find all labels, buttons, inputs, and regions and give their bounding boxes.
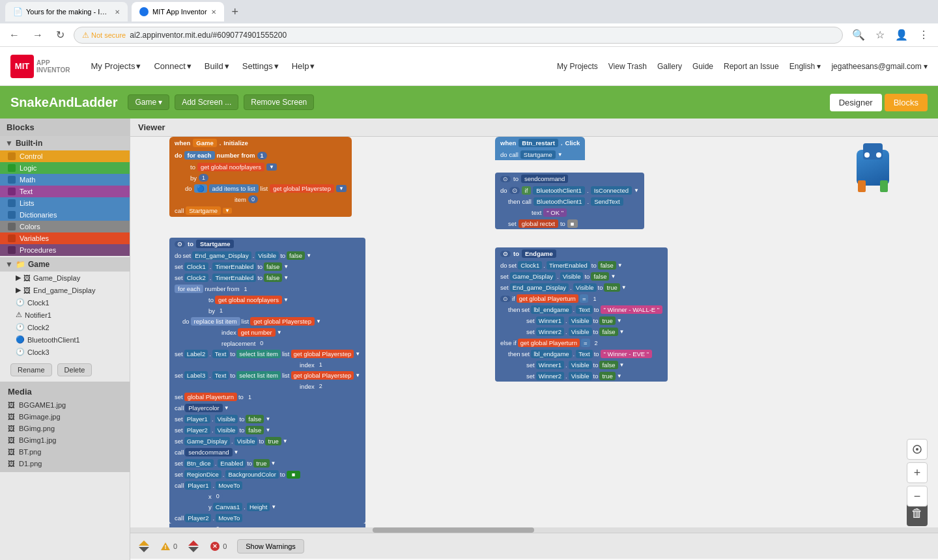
screen-selector[interactable]: Game ▾ <box>128 94 169 110</box>
add-screen-button[interactable]: Add Screen ... <box>175 94 238 110</box>
address-bar[interactable]: ⚠ Not secure ai2.appinventor.mit.edu/#60… <box>74 27 843 44</box>
sidebar-item-notifier1[interactable]: ⚠ Notifier1 <box>0 309 130 321</box>
playercolor-b: Playercolor <box>185 404 223 412</box>
show-warnings-button[interactable]: Show Warnings <box>237 539 304 553</box>
math-label: Math <box>20 176 35 184</box>
media-item-bggame1[interactable]: 🖼 BGGAME1.jpg <box>0 399 130 411</box>
circ-2: ⊙ <box>509 187 520 194</box>
gamedisplay-eg: Game_Display <box>510 272 556 281</box>
false-eg1: false <box>598 261 616 270</box>
new-tab-button[interactable]: + <box>228 5 243 19</box>
number-2: number <box>205 285 225 292</box>
sidebar-item-game-display[interactable]: ▶ 🖼 Game_Display <box>0 272 130 284</box>
horizontal-scrollbar[interactable] <box>130 527 938 533</box>
sidebar-item-colors[interactable]: Colors <box>0 221 130 232</box>
procedures-dot <box>8 246 16 254</box>
sidebar-item-procedures[interactable]: Procedures <box>0 244 130 256</box>
else-text: else if <box>500 339 517 346</box>
circ-4: ⊙ <box>500 251 511 257</box>
media-item-bgimage[interactable]: 🖼 BGimage.jpg <box>0 411 130 423</box>
x-text: x <box>208 493 212 500</box>
nav-right-reportissue[interactable]: Report an Issue <box>724 62 779 71</box>
tab-close-instructables[interactable]: ✕ <box>115 8 120 16</box>
game-header[interactable]: ▼ 📁 Game <box>0 257 130 272</box>
false5-arr: ▼ <box>265 427 270 433</box>
player1-moveto-b: Player1 <box>185 481 211 490</box>
remove-screen-button[interactable]: Remove Screen <box>244 94 314 110</box>
sidebar-item-clock3[interactable]: 🕐 Clock3 <box>0 346 130 358</box>
rename-button[interactable]: Rename <box>10 363 52 376</box>
search-button[interactable]: 🔍 <box>848 27 869 42</box>
gamedisplay-label: Game_Display <box>33 274 80 282</box>
sidebar-item-variables[interactable]: Variables <box>0 232 130 244</box>
media-item-bt-png[interactable]: 🖼 BT.png <box>0 446 130 458</box>
nav-help[interactable]: Help ▾ <box>287 59 320 74</box>
to13: to <box>239 415 244 423</box>
nav-right-myprojects[interactable]: My Projects <box>557 62 598 71</box>
block-group-initialize: when Game . Initialize do for each numbe… <box>169 137 352 217</box>
notifier1-icon: ⚠ <box>16 311 22 319</box>
sidebar-item-bluetooth1[interactable]: 🔵 BluetoothClient1 <box>0 333 130 346</box>
clock1-label: Clock1 <box>27 299 50 307</box>
canvas1-b: Canvas1 <box>213 503 243 511</box>
nav-build[interactable]: Build ▾ <box>199 59 234 74</box>
forward-button[interactable]: → <box>29 28 47 42</box>
zoom-out-button[interactable]: − <box>907 486 928 507</box>
color-block: ■ <box>567 219 578 228</box>
nav-right-gallery[interactable]: Gallery <box>657 62 682 71</box>
sidebar-item-dictionaries[interactable]: Dictionaries <box>0 209 130 221</box>
media-item-d1-png[interactable]: 🖼 D1.png <box>0 458 130 469</box>
designer-button[interactable]: Designer <box>830 94 882 111</box>
nav-right-email[interactable]: jegatheesans@gmail.com ▾ <box>831 62 928 71</box>
tab-appinventor[interactable]: MIT App Inventor ✕ <box>132 2 224 21</box>
true-eg5: true <box>599 316 615 325</box>
viewer-content[interactable]: when Game . Initialize do for each numbe… <box>130 137 938 559</box>
set-clock1-row: set Clock1 . TimerEnabled to false ▼ <box>169 261 365 272</box>
scrollbar-thumb[interactable] <box>373 527 534 533</box>
sidebar-item-math[interactable]: Math <box>0 174 130 186</box>
minus-icon: − <box>914 490 921 503</box>
tab-label-instructables: Yours for the making - Instructa... <box>26 8 111 16</box>
sidebar-item-control[interactable]: Control <box>0 150 130 162</box>
nav-settings[interactable]: Settings ▾ <box>237 59 284 74</box>
chevron-email-icon: ▾ <box>924 62 928 71</box>
winner2-b2: Winner2 <box>536 372 564 380</box>
nav-right-viewtrash[interactable]: View Trash <box>608 62 647 71</box>
text-eg7: Text <box>576 350 592 358</box>
builtin-label: Built-in <box>16 139 42 148</box>
block-canvas[interactable]: when Game . Initialize do for each numbe… <box>130 137 938 559</box>
from-2: from <box>227 285 240 292</box>
zoom-center-button[interactable] <box>907 439 928 460</box>
sidebar-item-clock2[interactable]: 🕐 Clock2 <box>0 321 130 333</box>
game-folder-icon: 📁 <box>16 260 25 269</box>
eq-2: 2 <box>591 339 601 347</box>
menu-button[interactable]: ⋮ <box>915 27 933 42</box>
get-playerturn-b: get global Playerturn <box>517 294 578 303</box>
mit-logo: MIT APP INVENTOR <box>10 55 70 78</box>
profile-button[interactable]: 👤 <box>891 27 912 42</box>
nav-myprojects[interactable]: My Projects ▾ <box>86 59 147 74</box>
from-num: 1 <box>241 285 251 293</box>
blocks-button[interactable]: Blocks <box>885 94 928 111</box>
nav-connect[interactable]: Connect ▾ <box>149 59 196 74</box>
tab-instructables[interactable]: 📄 Yours for the making - Instructa... ✕ <box>5 2 128 21</box>
media-item-bgimg-png[interactable]: 🖼 BGimg.png <box>0 423 130 434</box>
delete-button[interactable]: Delete <box>57 363 92 376</box>
builtin-header[interactable]: ▼ Built-in <box>0 136 130 150</box>
get-playerstep-2: get global Playerstep <box>291 350 354 358</box>
media-item-bgimg1[interactable]: 🖼 BGimg1.jpg <box>0 434 130 446</box>
bookmark-button[interactable]: ☆ <box>872 27 888 42</box>
nav-right-guide[interactable]: Guide <box>692 62 713 71</box>
zoom-in-button[interactable]: + <box>907 462 928 483</box>
sidebar-item-logic[interactable]: Logic <box>0 162 130 174</box>
back-button[interactable]: ← <box>5 28 23 42</box>
reload-button[interactable]: ↻ <box>52 27 68 42</box>
sidebar-item-text[interactable]: Text <box>0 186 130 197</box>
tab-close-appinventor[interactable]: ✕ <box>211 8 216 16</box>
sidebar-item-lists[interactable]: Lists <box>0 197 130 209</box>
dot15: . <box>244 503 246 511</box>
viewer-header: Viewer <box>130 119 938 137</box>
sidebar-item-endgame-display[interactable]: ▶ 🖼 End_game_Display <box>0 284 130 296</box>
nav-right-english[interactable]: English ▾ <box>789 62 821 71</box>
sidebar-item-clock1[interactable]: 🕐 Clock1 <box>0 296 130 309</box>
